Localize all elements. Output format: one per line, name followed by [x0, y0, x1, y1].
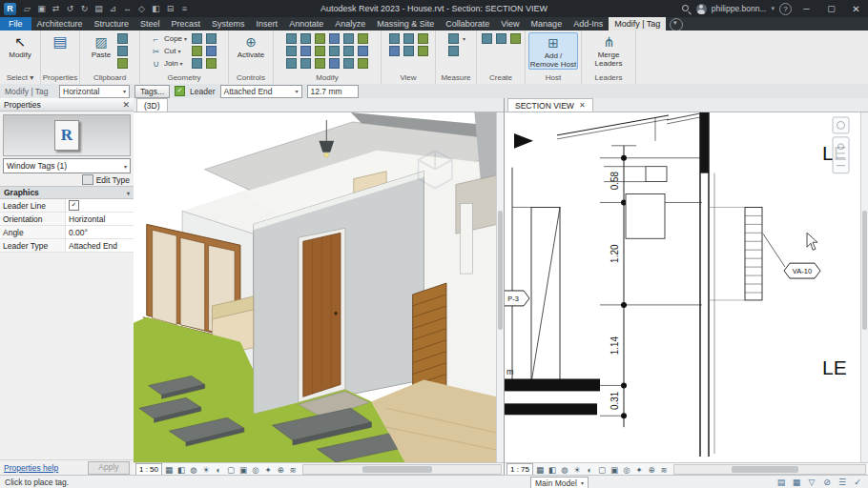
temporary-hide-icon[interactable]: ✦	[262, 465, 274, 475]
visual-style-icon[interactable]: ◧	[176, 465, 187, 475]
tab-manage[interactable]: Manage	[526, 17, 568, 30]
trim-icon[interactable]	[284, 45, 299, 57]
section-vertical-scrollbar[interactable]	[860, 112, 868, 462]
sun-path-icon[interactable]: ☀	[571, 465, 583, 475]
properties-toggle-button[interactable]: ▤	[49, 32, 72, 51]
create-group-icon[interactable]	[480, 32, 494, 45]
leader-offset-input[interactable]: 12.7 mm	[307, 85, 359, 98]
temporary-view-properties-icon[interactable]: ≋	[658, 465, 670, 475]
merge-leaders-button[interactable]: ⋔ Merge Leaders	[585, 32, 632, 68]
create-similar-icon[interactable]	[494, 32, 508, 45]
leader-checkbox[interactable]	[175, 86, 185, 96]
minimize-button[interactable]: ─	[796, 0, 816, 17]
maximize-button[interactable]: ▢	[821, 0, 841, 17]
tags-button[interactable]: Tags...	[134, 85, 170, 98]
tab-collaborate[interactable]: Collaborate	[440, 17, 495, 30]
unjoin-icon[interactable]	[327, 57, 341, 70]
navigation-bar[interactable]	[833, 117, 849, 173]
panel-geometry-label[interactable]: Geometry	[140, 72, 228, 84]
wall-opening-icon[interactable]	[341, 57, 356, 70]
temporary-view-properties-icon[interactable]: ≋	[287, 465, 299, 475]
account-name[interactable]: philippe.bonn...	[712, 4, 767, 13]
tab-architecture[interactable]: Architecture	[31, 17, 89, 30]
create-assembly-icon[interactable]	[508, 32, 523, 45]
type-selector-dropdown[interactable]: Window Tags (1) ▾	[3, 158, 131, 173]
paint-icon[interactable]	[190, 57, 204, 70]
detail-level-icon[interactable]: ▦	[534, 465, 546, 475]
tab-steel[interactable]: Steel	[134, 17, 166, 30]
edit-type-button[interactable]: Edit Type	[96, 175, 130, 185]
hide-crop-icon[interactable]: ◎	[621, 465, 632, 475]
isolate-icon[interactable]	[402, 32, 416, 45]
undo-icon[interactable]: ↺	[63, 2, 77, 15]
worksharing-icon[interactable]: ▤	[775, 478, 787, 487]
reveal-hidden-icon[interactable]: ⊕	[275, 465, 286, 475]
account-caret-icon[interactable]: ▾	[771, 5, 775, 12]
split-face-icon[interactable]	[204, 57, 218, 70]
open-icon[interactable]: ▱	[20, 2, 34, 15]
cut-to-clipboard-icon[interactable]	[115, 32, 130, 45]
sun-path-icon[interactable]: ☀	[200, 465, 212, 475]
angle-property-value[interactable]: 0.00°	[66, 226, 134, 238]
temporary-hide-icon[interactable]: ✦	[633, 465, 645, 475]
measure-icon[interactable]: ⊿	[106, 2, 120, 15]
tab-view[interactable]: View	[495, 17, 525, 30]
apply-button[interactable]: Apply	[88, 461, 130, 475]
detail-level-icon[interactable]: ▦	[163, 465, 175, 475]
print-icon[interactable]: ▤	[92, 2, 106, 15]
tab-precast[interactable]: Precast	[166, 17, 207, 30]
hide-elements-icon[interactable]	[387, 32, 402, 45]
cut-button[interactable]: ✂ Cut ▾	[150, 45, 187, 57]
shadows-icon[interactable]: ◐	[584, 465, 595, 475]
reveal-hidden-icon[interactable]: ⊕	[646, 465, 657, 475]
panel-view-label[interactable]: View	[382, 72, 435, 84]
measure-tool-icon[interactable]	[446, 32, 461, 45]
align-icon[interactable]	[284, 32, 299, 45]
apply-coping-icon[interactable]	[190, 32, 204, 45]
section-window-box[interactable]	[626, 194, 665, 239]
copy-icon[interactable]	[341, 32, 356, 45]
linework-icon[interactable]	[387, 45, 402, 57]
orientation-dropdown[interactable]: Horizontal ▾	[59, 85, 130, 98]
leader-line-checkbox[interactable]	[69, 200, 79, 211]
panel-controls-label[interactable]: Controls	[229, 72, 273, 84]
panel-create-label[interactable]: Create	[477, 72, 525, 84]
dimension-icon[interactable]: ↔	[120, 2, 134, 15]
demolish-icon[interactable]	[204, 45, 218, 57]
tab-massing-site[interactable]: Massing & Site	[371, 17, 440, 30]
design-option-dropdown[interactable]: Main Model ▾	[530, 477, 589, 488]
unpin-icon[interactable]	[356, 45, 370, 57]
account-avatar[interactable]	[696, 4, 707, 14]
mirror-icon[interactable]	[313, 32, 327, 45]
properties-header[interactable]: Properties ✕	[0, 98, 134, 112]
split-icon[interactable]	[299, 45, 313, 57]
tab-analyze[interactable]: Analyze	[329, 17, 371, 30]
filter-icon[interactable]: ▽	[806, 478, 817, 487]
close-view-icon[interactable]: ✕	[579, 101, 586, 110]
tag-p3[interactable]: P-3	[505, 291, 529, 306]
graphics-section-header[interactable]: Graphics ▾	[0, 186, 134, 199]
show-crop-icon[interactable]: ▣	[609, 465, 620, 475]
wall-joins-icon[interactable]	[190, 45, 204, 57]
dim-value[interactable]: 1.14	[610, 336, 620, 356]
panel-measure-label[interactable]: Measure	[436, 72, 476, 84]
tag-icon[interactable]: ◇	[134, 2, 149, 15]
section-icon[interactable]: ⊟	[163, 2, 177, 15]
tab-modify-tag[interactable]: Modify | Tag	[609, 17, 666, 30]
shadows-icon[interactable]: ◐	[213, 465, 224, 475]
cut-profile-icon[interactable]	[402, 45, 416, 57]
join-button[interactable]: ∪ Join ▾	[150, 57, 187, 70]
activate-controls-button[interactable]: ⊕ Activate	[238, 32, 264, 60]
crop-view-icon[interactable]: ▢	[596, 465, 608, 475]
panel-leaders-label[interactable]: Leaders	[582, 72, 635, 84]
crop-view-icon[interactable]: ▢	[225, 465, 237, 475]
wood-door[interactable]	[299, 228, 345, 402]
dim-value[interactable]: 0.58	[610, 171, 620, 190]
pin-icon[interactable]	[341, 45, 356, 57]
help-icon[interactable]: ?	[779, 3, 792, 15]
redo-icon[interactable]: ↻	[77, 2, 92, 15]
select-toggle-icon[interactable]: ✓	[852, 478, 863, 487]
leader-end-dropdown[interactable]: Attached End ▾	[220, 85, 302, 98]
render-icon[interactable]: ◍	[559, 465, 570, 475]
panel-modify-label[interactable]: Modify	[274, 72, 381, 84]
